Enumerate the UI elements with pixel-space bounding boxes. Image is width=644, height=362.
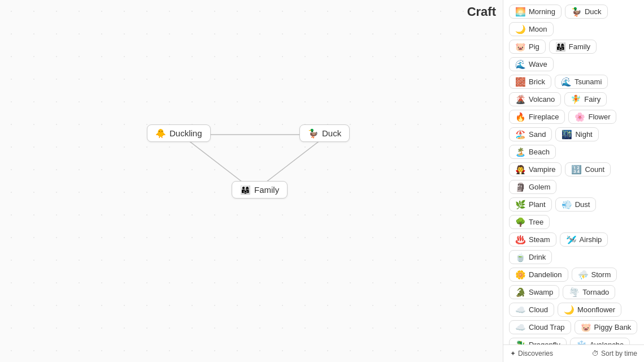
sidebar-item-tree[interactable]: 🌳Tree [509, 215, 550, 229]
item-label-Swamp: Swamp [529, 288, 553, 296]
item-icon-Pig: 🐷 [515, 42, 526, 51]
item-icon-Storm: ⛈️ [578, 270, 589, 279]
item-label-Cloud Trap: Cloud Trap [529, 323, 565, 331]
sidebar-item-beach[interactable]: 🏝️Beach [509, 145, 556, 159]
sidebar-item-dragonfly[interactable]: 🐉Dragonfly [509, 338, 567, 344]
node-label-family: Family [254, 185, 279, 195]
sidebar-item-pig[interactable]: 🐷Pig [509, 40, 546, 54]
sidebar-row-7: 🗿Golem [509, 180, 638, 194]
item-label-Vampire: Vampire [529, 165, 555, 174]
node-icon-duckling: 🐥 [155, 129, 166, 137]
sidebar-item-flower[interactable]: 🌸Flower [568, 110, 616, 124]
sort-icon: ⏱ [592, 350, 599, 357]
item-label-Beach: Beach [529, 148, 550, 156]
node-duck[interactable]: 🦆Duck [299, 124, 350, 142]
sidebar-item-storm[interactable]: ⛈️Storm [572, 268, 617, 282]
sidebar-item-piggy-bank[interactable]: 🐷Piggy Bank [575, 320, 638, 334]
sidebar-item-golem[interactable]: 🗿Golem [509, 180, 556, 194]
item-label-Drink: Drink [529, 253, 546, 261]
item-icon-Plant: 🌿 [515, 200, 526, 209]
item-label-Tree: Tree [529, 218, 543, 226]
item-icon-Brick: 🧱 [515, 77, 526, 86]
item-label-Moon: Moon [529, 25, 547, 33]
sidebar-item-fireplace[interactable]: 🔥Fireplace [509, 110, 565, 124]
node-family[interactable]: 👨‍👩‍👧Family [232, 181, 288, 199]
sidebar-item-night[interactable]: 🌃Night [555, 127, 598, 141]
sidebar-row-5: 🏖️Sand🌃Night🏝️Beach [509, 127, 638, 159]
item-label-Tornado: Tornado [582, 288, 609, 296]
item-label-Tsunami: Tsunami [575, 77, 602, 86]
item-label-Brick: Brick [529, 77, 545, 86]
item-label-Plant: Plant [529, 200, 546, 209]
item-icon-Sand: 🏖️ [515, 130, 526, 139]
item-icon-Dust: 💨 [562, 200, 572, 209]
sidebar-item-wave[interactable]: 🌊Wave [509, 57, 554, 71]
sidebar-item-steam[interactable]: ♨️Steam [509, 232, 556, 247]
sidebar-item-count[interactable]: 🔢Count [565, 162, 611, 176]
item-icon-Flower: 🌸 [575, 113, 585, 121]
sidebar-row-12: ☁️Cloud🌙Moonflower [509, 303, 638, 317]
sidebar-item-dandelion[interactable]: 🌼Dandelion [509, 268, 568, 282]
sidebar-item-avalanche[interactable]: ❄️Avalanche [570, 338, 630, 344]
item-label-Night: Night [575, 130, 592, 139]
item-label-Steam: Steam [529, 235, 550, 244]
item-icon-Golem: 🗿 [515, 183, 526, 191]
sidebar-item-vampire[interactable]: 🧛Vampire [509, 162, 562, 176]
item-icon-Duck: 🦆 [571, 7, 582, 16]
node-icon-duck: 🦆 [308, 129, 319, 137]
sidebar-item-moonflower[interactable]: 🌙Moonflower [558, 303, 621, 317]
sidebar-item-plant[interactable]: 🌿Plant [509, 197, 552, 212]
sidebar-item-swamp[interactable]: 🐊Swamp [509, 285, 559, 299]
item-icon-Family: 👨‍👩‍👧 [555, 42, 566, 51]
sidebar-item-sand[interactable]: 🏖️Sand [509, 127, 552, 141]
item-icon-Dragonfly: 🐉 [515, 341, 526, 344]
item-icon-Count: 🔢 [571, 165, 582, 174]
item-icon-Dandelion: 🌼 [515, 270, 526, 279]
sidebar-item-cloud[interactable]: ☁️Cloud [509, 303, 554, 317]
discoveries-button[interactable]: ✦ Discoveries [510, 350, 553, 357]
item-icon-Airship: 🛩️ [566, 235, 577, 244]
sidebar-item-volcano[interactable]: 🌋Volcano [509, 92, 561, 106]
discoveries-icon: ✦ [510, 350, 516, 357]
item-label-Avalanche: Avalanche [590, 341, 624, 344]
item-label-Wave: Wave [529, 60, 547, 68]
item-label-Volcano: Volcano [529, 95, 555, 104]
sidebar-item-tornado[interactable]: 🌪️Tornado [563, 285, 615, 299]
sidebar-item-brick[interactable]: 🧱Brick [509, 75, 551, 89]
sidebar-item-family[interactable]: 👨‍👩‍👧Family [549, 40, 597, 54]
item-icon-Volcano: 🌋 [515, 95, 526, 104]
sidebar-item-fairy[interactable]: 🧚Fairy [564, 92, 607, 106]
sort-button[interactable]: ⏱ Sort by time [592, 350, 637, 357]
sidebar-item-airship[interactable]: 🛩️Airship [560, 232, 608, 247]
sidebar-item-cloud-trap[interactable]: ☁️Cloud Trap [509, 320, 571, 334]
sidebar-row-13: ☁️Cloud Trap🐷Piggy Bank [509, 320, 638, 334]
item-icon-Tree: 🌳 [515, 218, 526, 226]
node-icon-family: 👨‍👩‍👧 [240, 186, 251, 194]
canvas-area[interactable]: Craft 🐥Duckling🦆Duck👨‍👩‍👧Family [0, 0, 503, 362]
craft-title: Craft [460, 0, 503, 24]
item-label-Pig: Pig [529, 42, 539, 51]
sidebar-row-0: 🌅Morning🦆Duck🌙Moon [509, 5, 638, 36]
item-icon-Drink: 🍵 [515, 253, 526, 261]
node-label-duckling: Duckling [169, 128, 202, 138]
item-label-Golem: Golem [529, 183, 550, 191]
sidebar-row-4: 🔥Fireplace🌸Flower [509, 110, 638, 124]
sidebar-footer: ✦ Discoveries ⏱ Sort by time [503, 344, 644, 362]
item-label-Dust: Dust [575, 200, 590, 209]
sidebar-item-dust[interactable]: 💨Dust [555, 197, 597, 212]
sidebar-row-10: 🌼Dandelion⛈️Storm [509, 268, 638, 282]
sidebar-item-drink[interactable]: 🍵Drink [509, 250, 552, 264]
sidebar-row-2: 🧱Brick🌊Tsunami [509, 75, 638, 89]
item-label-Piggy Bank: Piggy Bank [594, 323, 632, 331]
node-duckling[interactable]: 🐥Duckling [147, 124, 211, 142]
item-icon-Fireplace: 🔥 [515, 113, 526, 121]
sidebar-item-duck[interactable]: 🦆Duck [565, 5, 608, 19]
sidebar-items[interactable]: 🌅Morning🦆Duck🌙Moon🐷Pig👨‍👩‍👧Family🌊Wave🧱B… [503, 0, 644, 344]
sidebar-item-tsunami[interactable]: 🌊Tsunami [555, 75, 608, 89]
item-icon-Fairy: 🧚 [571, 95, 581, 104]
item-label-Storm: Storm [591, 270, 611, 279]
item-icon-Wave: 🌊 [515, 60, 526, 68]
sidebar-item-moon[interactable]: 🌙Moon [509, 22, 554, 36]
item-icon-Swamp: 🐊 [515, 288, 526, 296]
sidebar-item-morning[interactable]: 🌅Morning [509, 5, 562, 19]
